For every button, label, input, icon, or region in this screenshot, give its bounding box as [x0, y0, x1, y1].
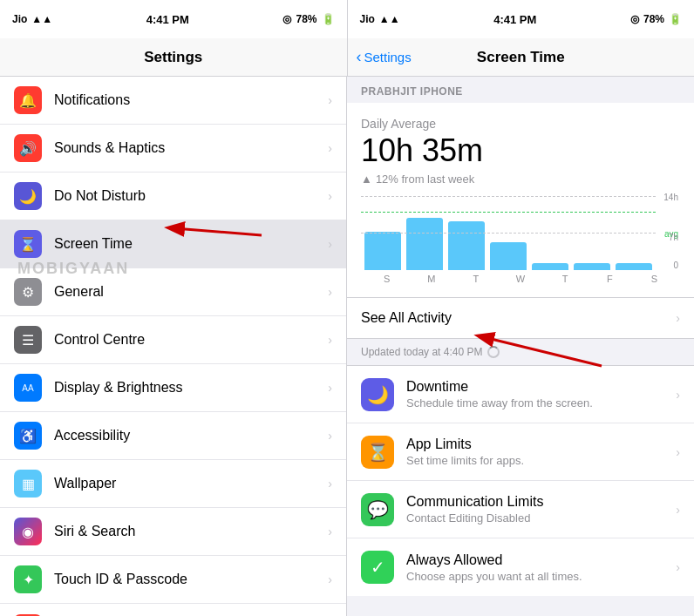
notifications-chevron: ›	[328, 93, 332, 107]
chart-bar-5	[574, 263, 610, 270]
see-all-activity[interactable]: See All Activity ›	[347, 298, 694, 339]
status-bars: Jio ▲▲ 4:41 PM ◎ 78% 🔋 Jio ▲▲ 4:41 PM ◎ …	[0, 0, 694, 38]
screen-time-icon: ⌛	[14, 230, 42, 258]
chart-day-2: T	[453, 274, 498, 284]
left-status-bar: Jio ▲▲ 4:41 PM ◎ 78% 🔋	[0, 0, 347, 38]
always-allowed-sub: Choose apps you want at all times.	[406, 570, 676, 583]
control-centre-icon: ☰	[14, 326, 42, 354]
dnd-label: Do Not Disturb	[54, 188, 328, 204]
wifi-icon: ▲▲	[31, 13, 52, 25]
sounds-label: Sounds & Haptics	[54, 140, 328, 156]
siri-icon: ◉	[14, 518, 42, 545]
always-allowed-chevron: ›	[676, 560, 680, 574]
wallpaper-chevron: ›	[328, 477, 332, 491]
back-label: Settings	[364, 50, 412, 64]
notifications-label: Notifications	[54, 92, 328, 108]
chart-avg-line	[361, 212, 656, 213]
right-battery: 78%	[643, 13, 664, 25]
chart-day-3: W	[498, 274, 542, 284]
back-button[interactable]: ‹ Settings	[357, 48, 412, 66]
left-nav-header: Settings	[0, 38, 347, 77]
settings-item-accessibility[interactable]: ♿ Accessibility ›	[0, 412, 346, 460]
chart-bar-4	[532, 263, 568, 270]
accessibility-chevron: ›	[328, 429, 332, 443]
sounds-icon: 🔊	[14, 134, 42, 162]
siri-chevron: ›	[328, 525, 332, 538]
notifications-icon: 🔔	[14, 86, 42, 114]
battery-icon: 🔋	[322, 13, 335, 25]
nav-headers: Settings ‹ Settings Screen Time	[0, 38, 694, 77]
wallpaper-label: Wallpaper	[54, 476, 328, 491]
main-content: 🔔 Notifications › 🔊 Sounds & Haptics › 🌙…	[0, 77, 694, 616]
display-chevron: ›	[328, 381, 332, 395]
settings-item-touchid[interactable]: ✦ Touch ID & Passcode ›	[0, 556, 346, 604]
chart-y-axis: 14h avg 7h 0	[656, 196, 680, 270]
settings-panel: 🔔 Notifications › 🔊 Sounds & Haptics › 🌙…	[0, 77, 347, 616]
chart-bar-1	[406, 218, 443, 270]
chart-bar-0	[364, 232, 401, 270]
screen-time-label: Screen Time	[54, 236, 328, 252]
chart-top-line	[361, 196, 656, 197]
y-label-0: 0	[673, 261, 678, 270]
dnd-icon: 🌙	[14, 182, 42, 210]
st-item-app-limits[interactable]: ⌛ App Limits Set time limits for apps. ›	[347, 423, 694, 481]
back-chevron-icon: ‹	[357, 48, 362, 66]
settings-item-sounds[interactable]: 🔊 Sounds & Haptics ›	[0, 125, 346, 173]
right-nav-header: ‹ Settings Screen Time	[348, 38, 695, 77]
chart-day-4: T	[543, 274, 588, 284]
settings-title: Settings	[144, 49, 202, 66]
right-location-icon: ◎	[630, 13, 639, 25]
chart-day-1: M	[409, 274, 453, 284]
right-time: 4:41 PM	[493, 13, 536, 26]
downtime-title: Downtime	[406, 379, 676, 395]
general-icon: ⚙	[14, 278, 42, 306]
right-status-left: Jio ▲▲	[360, 13, 400, 25]
settings-item-siri[interactable]: ◉ Siri & Search ›	[0, 508, 346, 556]
settings-item-screen-time[interactable]: ⌛ Screen Time ›	[0, 220, 346, 268]
display-icon: AA	[14, 374, 42, 402]
usage-chart: 14h avg 7h 0 SMTWTFS	[361, 196, 680, 283]
st-items-section: 🌙 Downtime Schedule time away from the s…	[347, 366, 694, 596]
st-item-comm-limits[interactable]: 💬 Communication Limits Contact Editing D…	[347, 481, 694, 538]
chart-bars	[361, 196, 656, 270]
change-text: 12% from last week	[376, 173, 474, 186]
always-allowed-text: Always Allowed Choose apps you want at a…	[406, 552, 676, 583]
comm-limits-text: Communication Limits Contact Editing Dis…	[406, 494, 676, 525]
right-status-bar: Jio ▲▲ 4:41 PM ◎ 78% 🔋	[348, 0, 695, 38]
st-item-always-allowed[interactable]: ✓ Always Allowed Choose apps you want at…	[347, 538, 694, 596]
touchid-icon: ✦	[14, 565, 42, 593]
left-carrier: Jio	[12, 13, 27, 25]
y-label-14h: 14h	[663, 193, 678, 202]
app-limits-st-icon: ⌛	[361, 436, 394, 469]
comm-limits-sub: Contact Editing Disabled	[406, 511, 676, 525]
screen-time-panel: PRABHJIT IPHONE Daily Average 10h 35m ▲ …	[347, 77, 694, 616]
app-limits-title: App Limits	[406, 437, 676, 452]
left-status-left: Jio ▲▲	[12, 13, 52, 25]
chart-day-labels: SMTWTFS	[361, 274, 680, 284]
left-time: 4:41 PM	[146, 13, 189, 26]
chart-day-0: S	[364, 274, 409, 284]
app-limits-sub: Set time limits for apps.	[406, 454, 676, 467]
settings-item-display[interactable]: AA Display & Brightness ›	[0, 364, 346, 412]
settings-item-general[interactable]: ⚙ General ›	[0, 268, 346, 316]
chart-day-5: F	[588, 274, 632, 284]
settings-item-wallpaper[interactable]: ▦ Wallpaper ›	[0, 460, 346, 508]
general-chevron: ›	[328, 285, 332, 299]
settings-item-control-centre[interactable]: ☰ Control Centre ›	[0, 316, 346, 364]
downtime-sub: Schedule time away from the screen.	[406, 396, 676, 410]
chart-bar-3	[490, 242, 527, 270]
st-item-downtime[interactable]: 🌙 Downtime Schedule time away from the s…	[347, 366, 694, 423]
app-limits-chevron: ›	[676, 445, 680, 459]
change-icon: ▲	[361, 173, 372, 186]
downtime-chevron: ›	[676, 388, 680, 402]
settings-item-notifications[interactable]: 🔔 Notifications ›	[0, 77, 346, 125]
daily-section: Daily Average 10h 35m ▲ 12% from last we…	[347, 103, 694, 298]
wallpaper-icon: ▦	[14, 470, 42, 498]
accessibility-icon: ♿	[14, 422, 42, 450]
daily-average-label: Daily Average	[361, 117, 680, 131]
loading-spinner	[487, 346, 500, 358]
settings-item-emergency[interactable]: SOS Emergency SOS ›	[0, 604, 346, 616]
updated-text: Updated today at 4:40 PM	[361, 346, 482, 358]
comm-limits-st-icon: 💬	[361, 493, 394, 526]
settings-item-dnd[interactable]: 🌙 Do Not Disturb ›	[0, 173, 346, 220]
